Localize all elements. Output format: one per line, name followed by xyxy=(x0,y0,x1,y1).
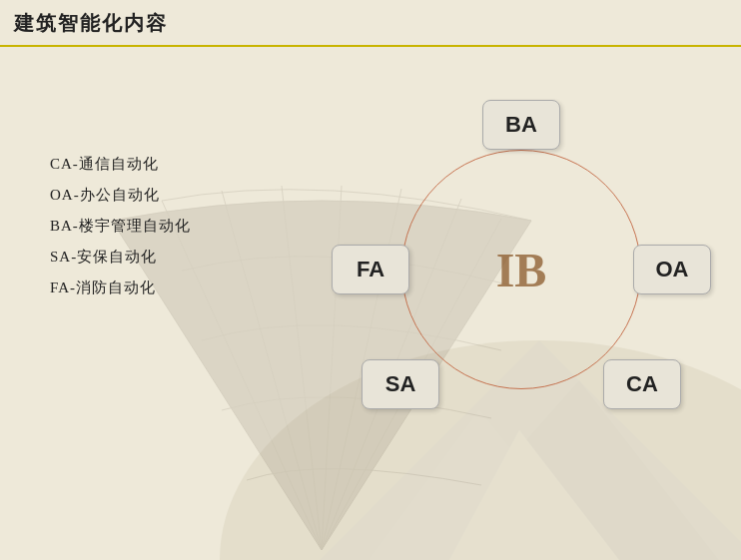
node-ba: BA xyxy=(482,100,560,150)
diagram-area: IB BA OA CA SA FA xyxy=(332,80,711,459)
node-sa: SA xyxy=(362,359,439,409)
text-list: CA-通信自动化 OA-办公自动化 BA-楼宇管理自动化 SA-安保自动化 FA… xyxy=(50,155,191,297)
ib-center-label: IB xyxy=(496,243,547,297)
node-fa: FA xyxy=(332,245,409,294)
node-ca: CA xyxy=(603,359,681,409)
list-item-fa: FA-消防自动化 xyxy=(50,279,191,297)
list-item-oa: OA-办公自动化 xyxy=(50,186,191,205)
list-item-ca: CA-通信自动化 xyxy=(50,155,191,174)
page-title: 建筑智能化内容 xyxy=(14,12,168,34)
header: 建筑智能化内容 xyxy=(0,0,741,47)
slide-container: 建筑智能化内容 CA-通信自动化 OA-办公自动化 BA-楼宇管理自动化 SA-… xyxy=(0,0,741,560)
list-item-ba: BA-楼宇管理自动化 xyxy=(50,217,191,236)
list-item-sa: SA-安保自动化 xyxy=(50,248,191,267)
node-oa: OA xyxy=(633,245,711,294)
